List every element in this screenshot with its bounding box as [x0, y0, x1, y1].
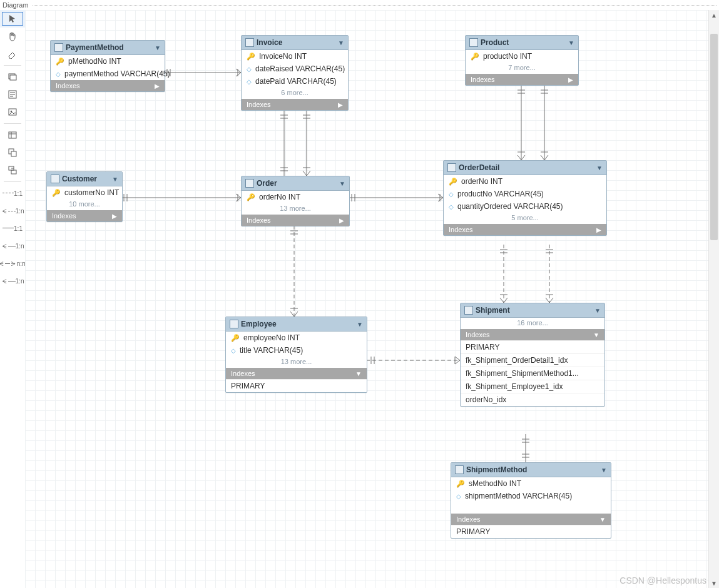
field-row[interactable]: ◇paymentMethod VARCHAR(45) — [51, 68, 165, 80]
toolbox-separator-2 — [4, 123, 21, 124]
indexes-bar[interactable]: Indexes▼ — [461, 329, 604, 340]
indexes-bar[interactable]: Indexes▶ — [51, 80, 165, 91]
entity-header[interactable]: Customer ▼ — [47, 172, 122, 186]
entity-shipment[interactable]: Shipment ▼ 16 more... Indexes▼ PRIMARY f… — [460, 303, 605, 407]
field-row[interactable]: 🔑customerNo INT — [47, 186, 122, 199]
index-row[interactable]: fk_Shipment_Employee1_idx — [461, 380, 604, 393]
collapse-icon[interactable]: ▼ — [338, 39, 344, 46]
collapse-icon[interactable]: ▼ — [594, 307, 601, 314]
more-fields[interactable]: 5 more... — [444, 213, 606, 224]
column-icon: ◇ — [56, 71, 61, 78]
field-row[interactable]: ◇datePaid VARCHAR(45) — [242, 75, 348, 88]
entity-header[interactable]: OrderDetail ▼ — [444, 161, 606, 175]
more-fields[interactable]: 7 more... — [466, 63, 578, 74]
indexes-bar[interactable]: Indexes▶ — [242, 99, 348, 110]
field-row[interactable]: ◇shipmentMethod VARCHAR(45) — [451, 490, 611, 502]
tool-layer[interactable] — [0, 68, 25, 86]
tool-rel-1-1-nonident[interactable]: 1:1 — [0, 220, 25, 237]
entity-header[interactable]: Order ▼ — [242, 176, 349, 191]
entity-header[interactable]: Invoice ▼ — [242, 36, 348, 50]
entity-header[interactable]: Employee ▼ — [226, 317, 367, 332]
field-row[interactable]: 🔑orderNo INT — [242, 191, 349, 203]
tool-hand[interactable] — [0, 28, 25, 45]
collapse-icon[interactable]: ▼ — [112, 176, 118, 183]
more-fields[interactable]: 6 more... — [242, 88, 348, 99]
collapse-icon[interactable]: ▼ — [596, 165, 603, 171]
index-row[interactable]: PRIMARY — [226, 379, 367, 392]
entity-employee[interactable]: Employee ▼ 🔑employeeNo INT ◇title VARCHA… — [225, 317, 367, 393]
collapse-up-icon: ▼ — [599, 516, 606, 523]
collapse-icon[interactable]: ▼ — [357, 321, 363, 328]
collapse-icon[interactable]: ▼ — [339, 180, 345, 187]
index-row[interactable]: fk_Shipment_OrderDetail1_idx — [461, 353, 604, 367]
tool-new-table[interactable] — [0, 126, 25, 144]
entity-product[interactable]: Product ▼ 🔑productNo INT 7 more... Index… — [465, 35, 579, 86]
tool-rel-1-n-identifying[interactable]: ⪪1:n — [0, 202, 25, 220]
entity-shipmentmethod[interactable]: ShipmentMethod ▼ 🔑sMethodNo INT ◇shipmen… — [451, 462, 611, 539]
entity-title: Invoice — [257, 38, 335, 47]
collapse-up-icon: ▼ — [355, 370, 362, 377]
field-row[interactable]: 🔑sMethodNo INT — [451, 477, 611, 490]
entity-header[interactable]: Shipment ▼ — [461, 303, 604, 318]
table-icon — [469, 38, 478, 47]
field-row[interactable]: ◇productNo VARCHAR(45) — [444, 188, 606, 200]
column-icon: ◇ — [247, 66, 252, 73]
field-row[interactable]: ◇title VARCHAR(45) — [226, 344, 367, 357]
entity-header[interactable]: ShipmentMethod ▼ — [451, 463, 611, 477]
scroll-thumb[interactable] — [710, 34, 718, 240]
index-row[interactable]: orderNo_idx — [461, 393, 604, 406]
collapse-icon[interactable]: ▼ — [601, 467, 607, 474]
tool-pointer[interactable] — [0, 10, 25, 28]
index-row[interactable]: PRIMARY — [461, 340, 604, 353]
entity-order[interactable]: Order ▼ 🔑orderNo INT 13 more... Indexes▶ — [241, 176, 350, 226]
pk-icon: 🔑 — [247, 193, 255, 201]
indexes-bar[interactable]: Indexes▶ — [466, 74, 578, 85]
field-row[interactable]: 🔑productNo INT — [466, 50, 578, 63]
tool-note[interactable] — [0, 86, 25, 103]
field-row[interactable]: 🔑orderNo INT — [444, 175, 606, 188]
panel-title: Diagram — [3, 1, 29, 9]
index-row[interactable]: PRIMARY — [451, 525, 611, 538]
tool-new-view[interactable] — [0, 144, 25, 161]
more-fields — [451, 502, 611, 514]
scroll-down-icon[interactable]: ▼ — [709, 578, 719, 588]
scroll-up-icon[interactable]: ▲ — [709, 10, 719, 20]
collapse-up-icon: ▼ — [593, 332, 599, 338]
table-icon — [245, 38, 254, 47]
more-fields[interactable]: 13 more... — [242, 203, 349, 215]
entity-header[interactable]: PaymentMethod ▼ — [51, 41, 165, 55]
field-row[interactable]: 🔑InvoiceNo INT — [242, 50, 348, 63]
tool-rel-n-m[interactable]: ⪪⪫n:m — [0, 255, 25, 272]
entity-orderdetail[interactable]: OrderDetail ▼ 🔑orderNo INT ◇productNo VA… — [443, 160, 607, 236]
pk-icon: 🔑 — [456, 480, 465, 488]
diagram-canvas[interactable]: PaymentMethod ▼ 🔑pMethodNo INT ◇paymentM… — [25, 10, 709, 588]
tool-eraser[interactable] — [0, 45, 25, 63]
tool-routine[interactable] — [0, 161, 25, 179]
entity-customer[interactable]: Customer ▼ 🔑customerNo INT 10 more... In… — [46, 171, 123, 222]
entity-header[interactable]: Product ▼ — [466, 36, 578, 50]
indexes-bar[interactable]: Indexes▶ — [242, 215, 349, 226]
tool-rel-1-n-pick[interactable]: ⪪1:n — [0, 272, 25, 290]
indexes-bar[interactable]: Indexes▶ — [444, 224, 606, 235]
more-fields[interactable]: 10 more... — [47, 199, 122, 210]
tool-rel-1-n-nonident[interactable]: ⪪1:n — [0, 237, 25, 255]
field-row[interactable]: ◇quantityOrdered VARCHAR(45) — [444, 200, 606, 213]
field-row[interactable]: 🔑pMethodNo INT — [51, 55, 165, 68]
entity-invoice[interactable]: Invoice ▼ 🔑InvoiceNo INT ◇dateRaised VAR… — [241, 35, 349, 111]
table-icon — [230, 320, 238, 328]
more-fields[interactable]: 13 more... — [226, 357, 367, 368]
tool-image[interactable] — [0, 103, 25, 121]
indexes-bar[interactable]: Indexes▼ — [226, 368, 367, 379]
indexes-bar[interactable]: Indexes▶ — [47, 210, 122, 221]
field-row[interactable]: 🔑employeeNo INT — [226, 332, 367, 344]
collapse-icon[interactable]: ▼ — [155, 44, 161, 51]
indexes-bar[interactable]: Indexes▼ — [451, 514, 611, 525]
collapse-icon[interactable]: ▼ — [568, 39, 574, 46]
field-row[interactable]: ◇dateRaised VARCHAR(45) — [242, 63, 348, 75]
pk-icon: 🔑 — [52, 189, 61, 197]
entity-paymentmethod[interactable]: PaymentMethod ▼ 🔑pMethodNo INT ◇paymentM… — [50, 40, 165, 92]
more-fields[interactable]: 16 more... — [461, 318, 604, 329]
index-row[interactable]: fk_Shipment_ShipmentMethod1... — [461, 367, 604, 380]
tool-rel-1-1-identifying[interactable]: 1:1 — [0, 185, 25, 202]
vertical-scrollbar[interactable]: ▲ ▼ — [708, 10, 719, 588]
